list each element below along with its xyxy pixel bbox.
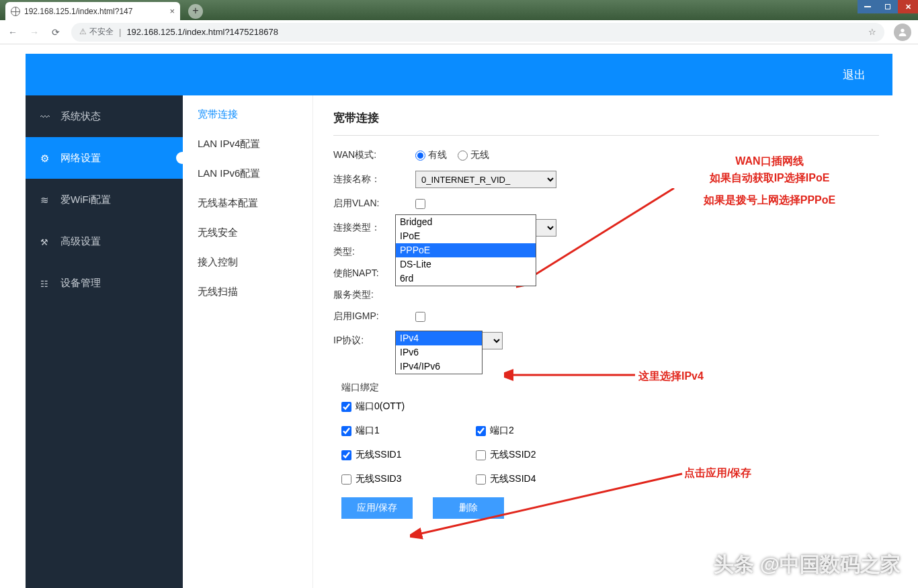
enable-vlan-label: 启用VLAN: <box>333 198 415 210</box>
url-text: 192.168.125.1/index.html?1475218678 <box>126 27 278 37</box>
divider <box>333 135 879 136</box>
ip-proto-opt-ipv4[interactable]: IPv4 <box>396 331 482 345</box>
close-tab-icon[interactable]: × <box>169 6 175 16</box>
pulse-icon <box>40 111 51 122</box>
gear-icon <box>40 153 51 163</box>
globe-icon <box>11 7 20 16</box>
delete-button[interactable]: 删除 <box>433 497 504 519</box>
back-button[interactable]: ← <box>7 27 19 38</box>
subnav-broadband[interactable]: 宽带连接 <box>183 99 312 129</box>
conn-type-opt-dslite[interactable]: DS-Lite <box>396 257 536 271</box>
conn-name-label: 连接名称： <box>333 173 415 185</box>
reload-button[interactable]: ⟳ <box>50 27 62 38</box>
ip-proto-dropdown[interactable]: IPv4 IPv6 IPv4/IPv6 <box>395 331 483 374</box>
ssid2-checkbox[interactable] <box>476 450 486 460</box>
device-icon <box>40 278 51 288</box>
conn-type-dropdown[interactable]: Bridged IPoE PPPoE DS-Lite 6rd <box>395 214 536 286</box>
annotation-save: 点击应用/保存 <box>684 465 751 482</box>
sidebar-item-wifi[interactable]: 爱WiFi配置 <box>26 179 183 220</box>
subnav-wireless-security[interactable]: 无线安全 <box>183 218 312 247</box>
window-maximize-button[interactable] <box>878 0 898 13</box>
profile-avatar[interactable] <box>894 24 911 41</box>
subnav: 宽带连接 LAN IPv4配置 LAN IPv6配置 无线基本配置 无线安全 接… <box>183 95 313 588</box>
sidebar-item-status[interactable]: 系统状态 <box>26 95 183 137</box>
conn-type-opt-6rd[interactable]: 6rd <box>396 271 536 286</box>
tab-title: 192.168.125.1/index.html?147 <box>24 7 132 16</box>
annotation-ipv4: 这里选择IPv4 <box>638 368 704 385</box>
wan-wired-radio[interactable] <box>415 151 425 161</box>
wifi-icon <box>40 194 51 205</box>
advanced-icon <box>40 236 51 247</box>
service-label: 服务类型: <box>333 289 415 301</box>
svg-point-0 <box>901 28 904 32</box>
browser-toolbar: ← → ⟳ 不安全 | 192.168.125.1/index.html?147… <box>0 20 918 44</box>
conn-type-opt-bridged[interactable]: Bridged <box>396 215 536 229</box>
port1-checkbox[interactable] <box>341 426 351 436</box>
port2-checkbox[interactable] <box>476 426 486 436</box>
insecure-badge: 不安全 <box>79 26 114 38</box>
subnav-wireless-basic[interactable]: 无线基本配置 <box>183 188 312 218</box>
annotation-wan: WAN口插网线 如果自动获取IP选择IPoE 如果是拨号上网选择PPPoE <box>675 153 864 208</box>
conn-name-select[interactable]: 0_INTERNET_R_VID_ <box>415 171 556 188</box>
enable-vlan-checkbox[interactable] <box>415 199 425 209</box>
subnav-lan-ipv4[interactable]: LAN IPv4配置 <box>183 129 312 159</box>
window-titlebar: 192.168.125.1/index.html?147 × + ✕ <box>0 0 918 20</box>
forward-button[interactable]: → <box>28 27 40 38</box>
header-bar: 退出 <box>26 54 892 95</box>
ip-proto-opt-ipv4ipv6[interactable]: IPv4/IPv6 <box>396 360 482 374</box>
sidebar-item-network[interactable]: 网络设置 <box>26 137 183 179</box>
conn-type-opt-pppoe[interactable]: PPPoE <box>396 243 536 257</box>
window-close-button[interactable]: ✕ <box>898 0 918 13</box>
logout-link[interactable]: 退出 <box>843 67 866 83</box>
ip-proto-opt-ipv6[interactable]: IPv6 <box>396 345 482 360</box>
browser-tab[interactable]: 192.168.125.1/index.html?147 × <box>5 2 180 20</box>
conn-type-opt-ipoe[interactable]: IPoE <box>396 229 536 243</box>
sidebar-item-device[interactable]: 设备管理 <box>26 262 183 304</box>
ssid3-checkbox[interactable] <box>341 474 351 485</box>
subnav-lan-ipv6[interactable]: LAN IPv6配置 <box>183 159 312 188</box>
subnav-wireless-scan[interactable]: 无线扫描 <box>183 277 312 306</box>
apply-button[interactable]: 应用/保存 <box>341 497 413 519</box>
sidebar-nav: 系统状态 网络设置 爱WiFi配置 高级设置 设备管理 <box>26 95 183 588</box>
watermark: 头条 @中国数码之家 <box>714 551 901 579</box>
subnav-access-control[interactable]: 接入控制 <box>183 247 312 277</box>
ssid4-checkbox[interactable] <box>476 474 486 485</box>
igmp-label: 启用IGMP: <box>333 310 415 323</box>
new-tab-button[interactable]: + <box>188 4 203 19</box>
window-minimize-button[interactable] <box>858 0 878 13</box>
page-title: 宽带连接 <box>333 110 879 126</box>
wan-wireless-radio[interactable] <box>458 151 468 161</box>
page-container: 退出 系统状态 网络设置 爱WiFi配置 高级设置 设备管理 宽带连接 LAN … <box>26 54 892 588</box>
port0-checkbox[interactable] <box>341 402 351 412</box>
bookmark-icon[interactable]: ☆ <box>868 27 876 37</box>
wan-mode-label: WAN模式: <box>333 149 415 161</box>
address-bar[interactable]: 不安全 | 192.168.125.1/index.html?147521867… <box>71 23 884 42</box>
ssid1-checkbox[interactable] <box>341 450 351 460</box>
igmp-checkbox[interactable] <box>415 312 425 322</box>
port-bind-label: 端口绑定 <box>341 382 423 394</box>
sidebar-item-advanced[interactable]: 高级设置 <box>26 220 183 262</box>
